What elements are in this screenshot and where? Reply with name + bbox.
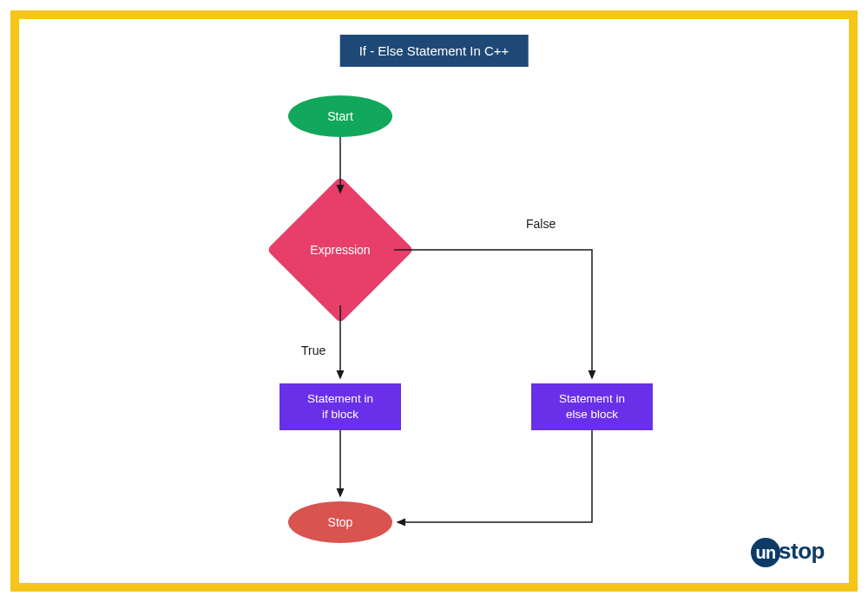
brand-logo: unstop bbox=[751, 538, 825, 567]
logo-suffix: stop bbox=[779, 538, 825, 564]
true-edge-label: True bbox=[301, 344, 326, 357]
flowchart-arrows bbox=[19, 19, 849, 583]
false-edge-label: False bbox=[526, 217, 556, 231]
diagram-frame: If - Else Statement In C++ Start Express… bbox=[10, 10, 858, 592]
stop-node: Stop bbox=[288, 501, 392, 543]
if-block-node: Statement in if block bbox=[279, 383, 401, 430]
diagram-title: If - Else Statement In C++ bbox=[340, 35, 529, 67]
else-block-label: Statement in else block bbox=[559, 391, 625, 422]
start-label: Start bbox=[327, 109, 353, 123]
decision-node: Expression bbox=[288, 198, 392, 302]
stop-label: Stop bbox=[328, 515, 353, 529]
expression-label: Expression bbox=[310, 243, 370, 257]
if-block-label: Statement in if block bbox=[307, 391, 373, 422]
logo-circle: un bbox=[751, 538, 780, 567]
else-block-node: Statement in else block bbox=[531, 383, 653, 430]
start-node: Start bbox=[288, 95, 392, 137]
flowchart-canvas: If - Else Statement In C++ Start Express… bbox=[19, 19, 849, 583]
